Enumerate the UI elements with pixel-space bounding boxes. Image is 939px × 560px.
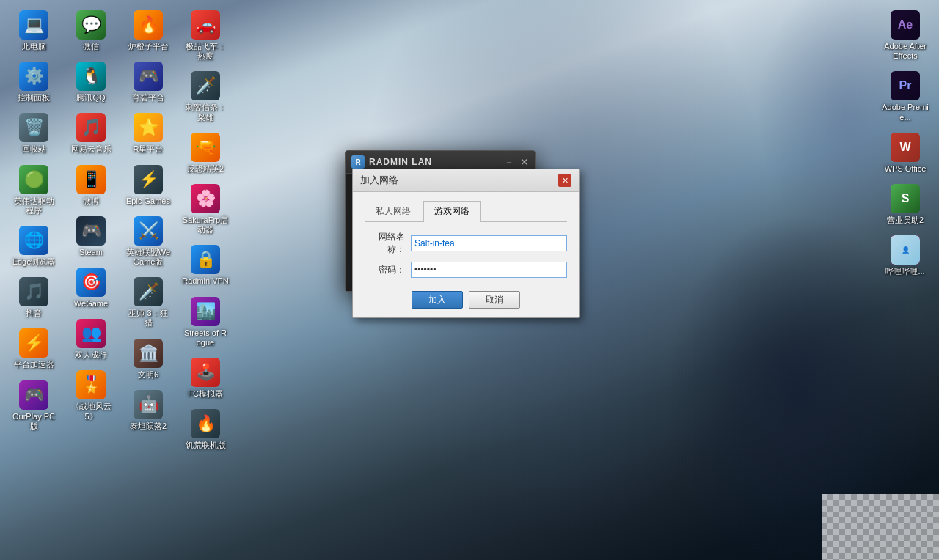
icon-yingyeyuan[interactable]: S 营业员助2 (879, 181, 932, 228)
tiktok-icon: 🎵 (19, 277, 48, 306)
radmin-title-text: RADMIN LAN (369, 157, 432, 167)
network-name-label: 网络名称： (365, 231, 405, 256)
icon-accelerator[interactable]: ⚡ 平台加速器 (7, 325, 60, 372)
network-name-input[interactable] (411, 235, 567, 251)
desktop-col-1: 💻 此电脑 ⚙️ 控制面板 🗑️ 回收站 🟢 英伟达驱动程序 🌐 Edge浏览器… (7, 7, 60, 437)
icon-wechat[interactable]: 💬 微信 (65, 7, 117, 54)
assassin-icon: 🗡️ (191, 71, 220, 100)
ourplay-icon: 🎮 (19, 380, 48, 410)
battlefield-icon: 🎖️ (76, 370, 106, 399)
join-dialog-close-button[interactable]: ✕ (558, 174, 571, 187)
ae-icon: Ae (891, 10, 920, 40)
icon-titanfall[interactable]: 🤖 泰坦陨落2 (122, 387, 175, 434)
pr-icon: Pr (891, 71, 920, 100)
radmin-title-left: R RADMIN LAN (351, 155, 432, 169)
icon-steam[interactable]: 🎮 Steam (65, 213, 117, 260)
qq-icon: 🐧 (76, 62, 106, 91)
bilibili-icon: 👤 (891, 235, 920, 265)
icon-pc[interactable]: 💻 此电脑 (7, 7, 60, 54)
icon-qq[interactable]: 🐧 腾讯QQ (65, 59, 117, 106)
password-row: 密码： (365, 262, 567, 278)
form-buttons: 加入 取消 (365, 291, 567, 309)
epic-icon: ⚡ (134, 165, 163, 194)
icon-edge[interactable]: 🌐 Edge浏览器 (7, 223, 60, 270)
join-network-dialog: 加入网络 ✕ 私人网络 游戏网络 网络名称： 密码： 加入 取消 (352, 169, 580, 318)
witcher-icon: 🗡️ (134, 277, 163, 306)
steam-icon: 🎮 (76, 216, 106, 246)
accelerator-icon: ⚡ (19, 328, 48, 358)
weibo-icon: 📱 (76, 165, 106, 194)
rockstar-icon: ⭐ (134, 113, 163, 142)
radmin-controls: － ✕ (504, 157, 529, 167)
icon-itagetwo[interactable]: 👥 双人成行 (65, 316, 117, 363)
icon-streets-of-rogue[interactable]: 🏙️ Streets of Rogue (179, 294, 232, 350)
nfs-icon: 🚗 (191, 10, 220, 40)
luzi-icon: 🔥 (134, 10, 163, 40)
sakurafrp-icon: 🌸 (191, 184, 220, 213)
icon-fc-emulator[interactable]: 🕹️ FC模拟器 (179, 355, 232, 402)
join-dialog-tabs: 私人网络 游戏网络 (365, 201, 567, 222)
wps-icon: W (891, 133, 920, 162)
csgo-icon: 🔫 (191, 133, 220, 162)
icon-premiere[interactable]: Pr Adobe Premie... (879, 68, 932, 125)
control-panel-icon: ⚙️ (19, 62, 48, 91)
icon-luzi[interactable]: 🔥 炉橙子平台 (122, 7, 175, 54)
nvidia-icon: 🟢 (19, 165, 48, 194)
icon-ourplay[interactable]: 🎮 OurPlay PC版 (7, 377, 60, 434)
yingyeyuan-icon: S (891, 184, 920, 213)
icon-wps[interactable]: W WPS Office (879, 130, 932, 177)
icon-sakurafrp[interactable]: 🌸 SakuraFrp启动器 (179, 181, 232, 237)
tab-game-network[interactable]: 游戏网络 (423, 201, 481, 222)
icon-recycle-bin[interactable]: 🗑️ 回收站 (7, 110, 60, 157)
edge-icon: 🌐 (19, 226, 48, 255)
civ6-icon: 🏛️ (134, 339, 163, 368)
icon-netease-music[interactable]: 🎵 网易云音乐 (65, 110, 117, 157)
icon-after-effects[interactable]: Ae Adobe After Effects (879, 7, 932, 64)
icon-witcher[interactable]: 🗡️ 巫师 3：狂猎 (122, 274, 175, 331)
password-input[interactable] (411, 262, 567, 278)
radmin-logo: R (351, 155, 365, 169)
pc-icon: 💻 (19, 10, 48, 40)
sor-icon: 🏙️ (191, 297, 220, 326)
netease-music-icon: 🎵 (76, 113, 106, 142)
icon-weibo[interactable]: 📱 微博 (65, 162, 117, 209)
lol-icon: ⚔️ (134, 216, 163, 246)
network-name-row: 网络名称： (365, 231, 567, 256)
icon-assassin[interactable]: 🗡️ 刺客信条：枭雄 (179, 68, 232, 125)
recycle-bin-icon: 🗑️ (19, 113, 48, 142)
icon-dont-starve[interactable]: 🔥 饥荒联机版 (179, 406, 232, 453)
radmin-close-button[interactable]: ✕ (520, 157, 529, 167)
icon-civ6[interactable]: 🏛️ 文明6 (122, 336, 175, 383)
icon-radmin-vpn[interactable]: 🔒 Radmin VPN (179, 242, 232, 289)
desktop-col-4: 🚗 极品飞车：热度 🗡️ 刺客信条：枭雄 🔫 反恐精英2 🌸 SakuraFrp… (179, 7, 232, 456)
icon-bilibili[interactable]: 👤 哔哩哔哩... (879, 232, 932, 279)
icon-ubisoft[interactable]: 🎮 育碧平台 (122, 59, 175, 106)
tab-private-network[interactable]: 私人网络 (365, 201, 422, 221)
icon-lol[interactable]: ⚔️ 英雄联盟WeGame版 (122, 213, 175, 270)
radmin-minimize-button[interactable]: － (504, 157, 514, 167)
checkered-area (822, 494, 939, 560)
icon-csgo[interactable]: 🔫 反恐精英2 (179, 130, 232, 177)
icon-rockstar[interactable]: ⭐ R星平台 (122, 110, 175, 157)
join-button[interactable]: 加入 (412, 291, 463, 309)
itagetwo-icon: 👥 (76, 319, 106, 348)
titanfall-icon: 🤖 (134, 390, 163, 419)
icon-battlefield[interactable]: 🎖️ 《战地风云 5》 (65, 367, 117, 424)
icon-epic[interactable]: ⚡ Epic Games (122, 162, 175, 209)
icon-control-panel[interactable]: ⚙️ 控制面板 (7, 59, 60, 106)
icon-tiktok[interactable]: 🎵 抖音 (7, 274, 60, 321)
fc-icon: 🕹️ (191, 358, 220, 387)
wechat-icon: 💬 (76, 10, 106, 40)
wegame-icon: 🎯 (76, 268, 106, 297)
join-dialog-title: 加入网络 (360, 174, 398, 187)
icon-nvidia[interactable]: 🟢 英伟达驱动程序 (7, 162, 60, 218)
icon-nfs[interactable]: 🚗 极品飞车：热度 (179, 7, 232, 64)
desktop-col-right: Ae Adobe After Effects Pr Adobe Premie..… (879, 7, 932, 282)
join-dialog-content: 私人网络 游戏网络 网络名称： 密码： 加入 取消 (353, 192, 579, 317)
cancel-button[interactable]: 取消 (469, 291, 520, 309)
dont-starve-icon: 🔥 (191, 409, 220, 438)
desktop-col-2: 💬 微信 🐧 腾讯QQ 🎵 网易云音乐 📱 微博 🎮 Steam 🎯 WeGam… (65, 7, 117, 427)
radmin-vpn-icon: 🔒 (191, 245, 220, 274)
ubisoft-icon: 🎮 (134, 62, 163, 91)
icon-wegame[interactable]: 🎯 WeGame (65, 265, 117, 312)
